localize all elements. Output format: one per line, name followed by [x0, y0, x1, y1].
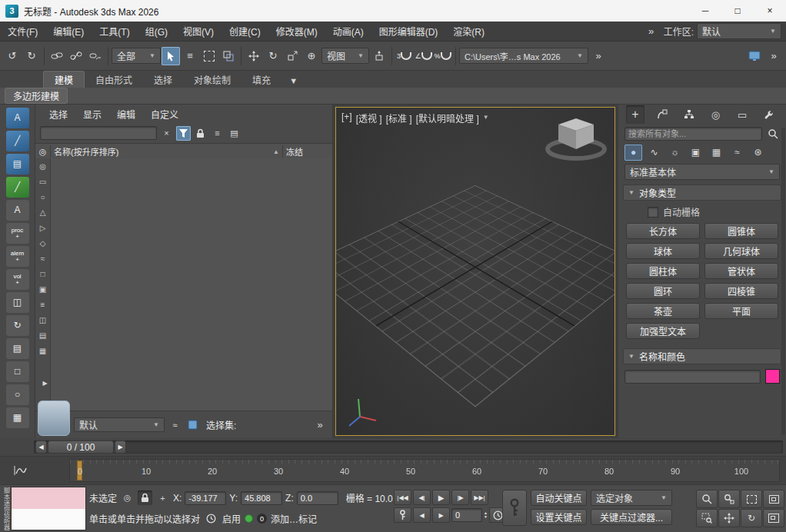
object-type-rollout-header[interactable]: ▼ 对象类型	[623, 185, 781, 201]
proc-tool-icon[interactable]: proc +	[6, 223, 29, 244]
annotate-tool-icon[interactable]: A	[6, 108, 29, 128]
object-name-field[interactable]	[624, 370, 761, 384]
geometry-filter-icon[interactable]: ▭	[37, 176, 48, 188]
grid-tool-icon[interactable]: ▦	[6, 407, 29, 428]
shapes-category-icon[interactable]: ∿	[645, 145, 663, 161]
listener-output-line[interactable]	[12, 509, 85, 530]
zoom-region-icon[interactable]	[696, 509, 718, 527]
x-coordinate-field[interactable]	[185, 491, 226, 505]
redo-icon[interactable]: ↻	[22, 47, 41, 65]
explorer-search-input[interactable]	[40, 126, 157, 140]
minimize-button[interactable]: ─	[689, 0, 721, 22]
timeline-ruler[interactable]: 0 10 20 30 40 50 60 70 80 90 100	[69, 459, 780, 482]
layer-thumbnail-tile[interactable]	[38, 401, 70, 436]
viewport-layout-tabs-icon[interactable]	[745, 47, 764, 65]
auto-key-button[interactable]: 自动关键点	[531, 490, 587, 506]
select-and-move-icon[interactable]	[245, 47, 263, 65]
menu-modifiers[interactable]: 修改器(M)	[268, 22, 325, 41]
reference-coordinate-dropdown[interactable]: 视图 ▼	[321, 48, 369, 64]
next-key-icon[interactable]: ▶	[432, 507, 450, 523]
name-color-rollout-header[interactable]: ▼ 名称和颜色	[623, 348, 781, 364]
isolate-selection-icon[interactable]: ◎	[120, 490, 135, 505]
spacewarps-category-icon[interactable]: ≈	[728, 145, 746, 161]
display-tab-icon[interactable]: ▭	[733, 105, 751, 124]
play-icon[interactable]: ▶	[432, 490, 450, 505]
explorer-menu-customize[interactable]: 自定义	[143, 108, 186, 121]
ribbon-tab-selection[interactable]: 选择	[143, 71, 183, 88]
menu-overflow-chevrons-icon[interactable]: »	[642, 22, 661, 41]
key-filters-button[interactable]: 关键点过滤器...	[591, 509, 672, 525]
utilities-tab-icon[interactable]	[760, 105, 778, 124]
scene-scripts-status-dot[interactable]	[245, 514, 253, 523]
filter-funnel-icon[interactable]	[176, 126, 191, 141]
name-column-header[interactable]: 名称(按升序排序) ▲	[50, 145, 282, 158]
set-keys-button[interactable]	[502, 490, 527, 526]
app-icon[interactable]: 3	[5, 5, 18, 18]
transform-type-in-toggle-icon[interactable]: +	[155, 490, 170, 505]
frame-spinner-down-icon[interactable]: ▼	[484, 515, 488, 519]
create-tab-icon[interactable]: +	[626, 105, 644, 124]
select-object-icon[interactable]	[162, 47, 180, 65]
selection-lock-icon[interactable]	[138, 490, 152, 505]
perspective-viewport[interactable]: [+] [透视 ] [标准 ] [默认明暗处理 ] ▼	[335, 107, 615, 436]
ribbon-tab-object-paint[interactable]: 对象绘制	[183, 71, 241, 88]
time-slider-handle[interactable]: ◀ 0 / 100 ▶	[35, 441, 126, 454]
containers-filter-icon[interactable]: ◫	[37, 314, 48, 326]
next-frame-icon[interactable]: |▶	[451, 490, 469, 505]
helpers-filter-icon[interactable]: ◇	[37, 238, 48, 249]
y-coordinate-field[interactable]	[241, 491, 282, 505]
sphere-button[interactable]: 球体	[626, 243, 700, 259]
motion-tab-icon[interactable]: ◎	[706, 105, 724, 124]
percent-snap-toggle-icon[interactable]: %	[434, 47, 452, 65]
ribbon-subtab-polygon-modeling[interactable]: 多边形建模	[5, 88, 68, 104]
select-by-name-icon[interactable]: ≡	[181, 47, 199, 65]
menu-views[interactable]: 视图(V)	[175, 22, 221, 41]
zoom-extents-icon[interactable]	[741, 490, 762, 508]
display-all-filter-icon[interactable]: ◎	[37, 161, 48, 172]
ribbon-tab-modeling[interactable]: 建模	[43, 71, 85, 88]
maxscript-mini-listener[interactable]: 脚本迷你侦听器	[2, 487, 86, 530]
modify-tab-icon[interactable]	[653, 105, 671, 124]
vol-tool-icon[interactable]: vol +	[6, 269, 29, 290]
close-button[interactable]: ×	[754, 0, 786, 22]
explorer-object-list[interactable]	[51, 158, 332, 411]
spacewarps-filter-icon[interactable]: ≈	[37, 253, 48, 264]
menu-graph-editors[interactable]: 图形编辑器(D)	[371, 22, 446, 41]
shapes-filter-icon[interactable]: ○	[37, 191, 48, 203]
tube-button[interactable]: 管状体	[704, 263, 778, 279]
hierarchy-view-icon[interactable]: ▤	[227, 126, 241, 141]
materials-filter-icon[interactable]: ▤	[37, 330, 48, 341]
mini-curve-editor-icon[interactable]	[11, 461, 29, 480]
alem-tool-icon[interactable]: alem +	[6, 246, 29, 267]
select-and-place-icon[interactable]: ⊕	[302, 47, 321, 65]
menu-create[interactable]: 创建(C)	[221, 22, 268, 41]
add-time-tag[interactable]: 添加…标记	[271, 512, 317, 525]
go-to-start-icon[interactable]: |◀◀	[394, 490, 411, 505]
cameras-filter-icon[interactable]: ▷	[37, 222, 48, 234]
subcategory-dropdown[interactable]: 标准基本体 ▼	[624, 164, 780, 180]
viewport-pov-menu[interactable]: [透视 ]	[356, 111, 382, 125]
object-color-swatch[interactable]	[765, 369, 780, 384]
paint-tool-icon[interactable]: ╱	[6, 177, 29, 198]
viewport-renderer-menu[interactable]: [标准 ]	[386, 111, 412, 125]
zoom-icon[interactable]	[696, 490, 718, 508]
zoom-all-icon[interactable]	[718, 490, 740, 508]
previous-key-icon[interactable]: ◀	[413, 507, 431, 523]
menu-tools[interactable]: 工具(T)	[92, 22, 137, 41]
bind-to-space-warp-icon[interactable]	[86, 47, 105, 65]
plane-button[interactable]: 平面	[704, 303, 778, 319]
angle-snap-toggle-icon[interactable]: ∠	[415, 47, 433, 65]
textplus-button[interactable]: 加强型文本	[626, 323, 700, 339]
maximize-viewport-toggle-icon[interactable]	[763, 509, 784, 527]
search-icon[interactable]	[765, 126, 780, 141]
ribbon-tab-populate[interactable]: 填充	[241, 71, 281, 88]
ribbon-minimize-icon[interactable]: ▼	[286, 73, 301, 88]
groups-filter-icon[interactable]: □	[37, 268, 48, 280]
layer-manager-icon[interactable]	[185, 417, 200, 432]
viewcube[interactable]	[542, 111, 610, 168]
snap-toggle-3d-icon[interactable]: 3	[395, 47, 414, 65]
search-all-objects-input[interactable]	[624, 127, 762, 141]
frozen-column-header[interactable]: 冻结	[282, 145, 332, 158]
pan-icon[interactable]	[718, 509, 740, 527]
box-button[interactable]: 长方体	[626, 223, 700, 239]
